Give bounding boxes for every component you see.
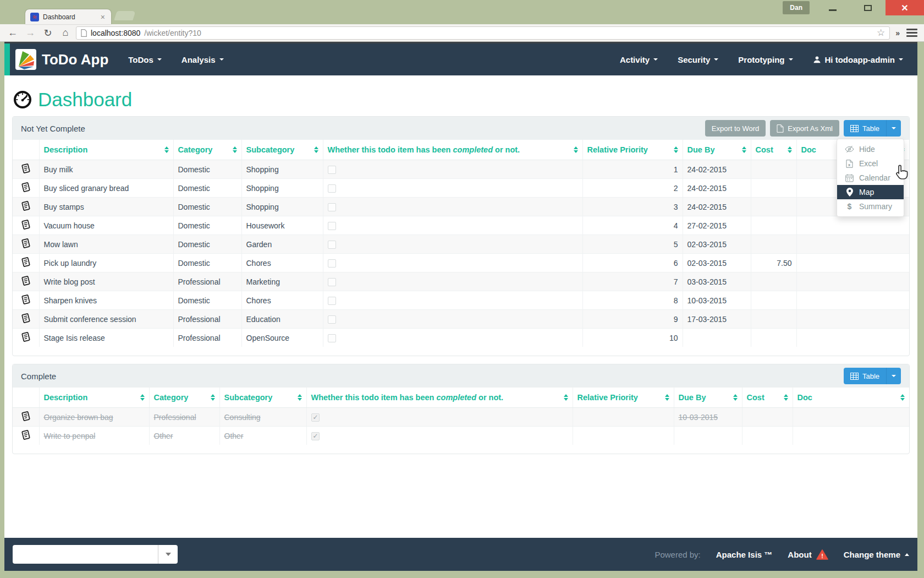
- completed-checkbox[interactable]: [328, 259, 336, 268]
- nav-item-activity[interactable]: Activity: [620, 55, 658, 64]
- todo-item-icon[interactable]: [13, 254, 39, 272]
- about-link[interactable]: About !: [788, 549, 828, 560]
- todo-item-icon[interactable]: [13, 427, 39, 445]
- todo-item-icon[interactable]: [13, 291, 39, 310]
- browser-tab[interactable]: ≈ Dashboard ×: [25, 9, 111, 24]
- column-header-subcategory[interactable]: Subcategory: [219, 388, 306, 408]
- cell-description[interactable]: Buy stamps: [39, 198, 173, 216]
- column-header-category[interactable]: Category: [173, 140, 241, 160]
- column-header-category[interactable]: Category: [149, 388, 219, 408]
- todo-item-icon[interactable]: [13, 272, 39, 291]
- todo-row[interactable]: Write blog postProfessionalMarketing703-…: [13, 272, 909, 291]
- cell-description[interactable]: Organize brown bag: [39, 408, 149, 427]
- new-tab-button[interactable]: [114, 11, 136, 20]
- completed-checkbox[interactable]: [328, 278, 336, 286]
- browser-profile-badge[interactable]: Dan: [783, 1, 810, 14]
- dropdown-item-hide[interactable]: Hide: [837, 142, 904, 156]
- sort-icon[interactable]: [135, 394, 145, 401]
- nav-item-todos[interactable]: ToDos: [128, 55, 162, 64]
- todo-row[interactable]: Buy sliced granary breadDomesticShopping…: [13, 179, 909, 198]
- column-header-priority[interactable]: Relative Priority: [582, 140, 683, 160]
- sort-icon[interactable]: [568, 146, 578, 153]
- sort-icon[interactable]: [736, 146, 746, 153]
- column-header-description[interactable]: Description: [39, 140, 173, 160]
- sort-icon[interactable]: [668, 146, 678, 153]
- sort-icon[interactable]: [558, 394, 568, 401]
- change-theme-link[interactable]: Change theme: [844, 550, 909, 559]
- todo-row[interactable]: Mow lawnDomesticGarden502-03-2015: [13, 235, 909, 254]
- nav-item-analysis[interactable]: Analysis: [182, 55, 224, 64]
- sort-icon[interactable]: [728, 394, 738, 401]
- cell-description[interactable]: Buy sliced granary bread: [39, 179, 173, 198]
- dropdown-item-map[interactable]: Map: [837, 185, 904, 199]
- column-header-doc[interactable]: Doc: [793, 388, 909, 408]
- todo-item-icon[interactable]: [13, 329, 39, 347]
- window-minimize-button[interactable]: [815, 0, 850, 15]
- todo-row[interactable]: Submit conference sessionProfessionalEdu…: [13, 310, 909, 329]
- brand-title[interactable]: ToDo App: [42, 51, 108, 68]
- column-header-completed[interactable]: Whether this todo item has been complete…: [306, 388, 573, 408]
- sort-icon[interactable]: [227, 146, 237, 153]
- export-to-word-button[interactable]: Export to Word: [705, 120, 766, 137]
- completed-checkbox[interactable]: [328, 166, 336, 174]
- home-icon[interactable]: ⌂: [58, 27, 73, 39]
- dropdown-item-calendar[interactable]: Calendar: [837, 171, 904, 185]
- forward-icon[interactable]: →: [23, 27, 37, 39]
- cell-description[interactable]: Buy milk: [39, 160, 173, 179]
- completed-checkbox[interactable]: [328, 184, 336, 193]
- sort-icon[interactable]: [205, 394, 215, 401]
- todo-row[interactable]: Vacuum houseDomesticHousework427-02-2015: [13, 216, 909, 235]
- column-header-completed[interactable]: Whether this todo item has been complete…: [323, 140, 582, 160]
- tab-close-icon[interactable]: ×: [100, 13, 106, 21]
- sort-icon[interactable]: [659, 394, 669, 401]
- todo-item-icon[interactable]: [13, 408, 39, 427]
- completed-checkbox[interactable]: [311, 432, 320, 440]
- todo-row[interactable]: Pick up laundryDomesticChores602-03-2015…: [13, 254, 909, 272]
- table-view-button[interactable]: Table: [844, 368, 886, 384]
- cell-description[interactable]: Write blog post: [39, 272, 173, 291]
- bookmark-star-icon[interactable]: ☆: [877, 27, 885, 39]
- todo-row[interactable]: Buy milkDomesticShopping124-02-2015: [13, 160, 909, 179]
- completed-checkbox[interactable]: [328, 334, 336, 342]
- todo-row[interactable]: Write to penpalOtherOther: [13, 427, 909, 445]
- column-header-cost[interactable]: Cost: [742, 388, 793, 408]
- column-header-due-by[interactable]: Due By: [674, 388, 742, 408]
- completed-checkbox[interactable]: [328, 203, 336, 211]
- footer-select[interactable]: [13, 545, 178, 564]
- todo-item-icon[interactable]: [13, 198, 39, 216]
- reload-icon[interactable]: ↻: [41, 27, 55, 39]
- cell-description[interactable]: Stage Isis release: [39, 329, 173, 347]
- table-view-caret-button[interactable]: [886, 120, 901, 137]
- apache-isis-link[interactable]: Apache Isis ™: [716, 550, 773, 559]
- window-maximize-button[interactable]: [850, 0, 886, 15]
- column-header-description[interactable]: Description: [39, 388, 149, 408]
- completed-checkbox[interactable]: [328, 222, 336, 230]
- todo-item-icon[interactable]: [13, 235, 39, 254]
- completed-checkbox[interactable]: [328, 241, 336, 249]
- todo-row[interactable]: Organize brown bagProfessionalConsulting…: [13, 408, 909, 427]
- todo-app-logo[interactable]: [15, 49, 36, 70]
- sort-icon[interactable]: [159, 146, 169, 153]
- back-icon[interactable]: ←: [6, 27, 20, 39]
- completed-checkbox[interactable]: [328, 315, 336, 324]
- cell-description[interactable]: Vacuum house: [39, 216, 173, 235]
- nav-item-user[interactable]: Hi todoapp-admin: [813, 55, 904, 64]
- address-bar[interactable]: localhost:8080/wicket/entity?10 ☆: [76, 26, 890, 40]
- cell-description[interactable]: Sharpen knives: [39, 291, 173, 310]
- dropdown-item-summary[interactable]: $Summary: [837, 199, 904, 214]
- column-header-subcategory[interactable]: Subcategory: [241, 140, 323, 160]
- todo-item-icon[interactable]: [13, 160, 39, 179]
- sort-icon[interactable]: [895, 394, 905, 401]
- sort-icon[interactable]: [782, 146, 792, 153]
- todo-item-icon[interactable]: [13, 216, 39, 235]
- column-header-cost[interactable]: Cost: [751, 140, 796, 160]
- completed-checkbox[interactable]: [328, 297, 336, 305]
- sort-icon[interactable]: [778, 394, 788, 401]
- todo-row[interactable]: Sharpen knivesDomesticChores810-03-2015: [13, 291, 909, 310]
- sort-icon[interactable]: [292, 394, 302, 401]
- nav-item-prototyping[interactable]: Prototyping: [738, 55, 793, 64]
- cell-description[interactable]: Pick up laundry: [39, 254, 173, 272]
- cell-description[interactable]: Submit conference session: [39, 310, 173, 329]
- cell-description[interactable]: Mow lawn: [39, 235, 173, 254]
- window-close-button[interactable]: ✕: [886, 0, 924, 15]
